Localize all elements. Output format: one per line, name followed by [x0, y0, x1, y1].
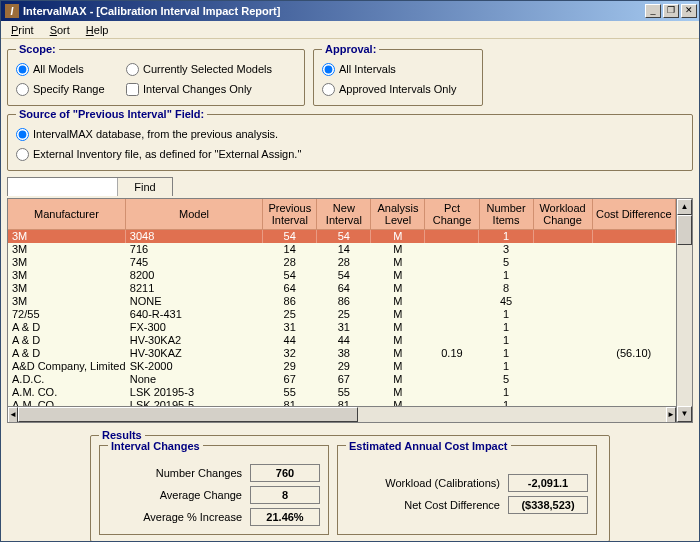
v-scroll-thumb[interactable] — [677, 215, 692, 245]
cell: 31 — [317, 321, 371, 334]
opt-source-ext[interactable]: External Inventory file, as defined for … — [16, 146, 684, 162]
cell — [425, 373, 479, 386]
cell — [534, 334, 593, 347]
vertical-scrollbar[interactable]: ▲ ▼ — [676, 199, 692, 422]
menu-print[interactable]: Print — [5, 23, 40, 37]
table-row[interactable]: A.M. CO.LSK 20195-35555M1 — [8, 386, 676, 399]
cell: M — [371, 360, 425, 373]
cell: 86 — [263, 295, 317, 308]
col-cost-difference[interactable]: Cost Difference — [593, 199, 676, 230]
table-row[interactable]: 3M30485454M1 — [8, 230, 676, 243]
avg-pct-value: 21.46% — [250, 508, 320, 526]
opt-all-models[interactable]: All Models — [16, 61, 126, 77]
table-row[interactable]: 3M7452828M5 — [8, 256, 676, 269]
cell: 72/55 — [8, 308, 126, 321]
opt-approved-only[interactable]: Approved Intervals Only — [322, 81, 474, 97]
opt-specify-range[interactable]: Specify Range — [16, 81, 126, 97]
col-analysis-level[interactable]: Analysis Level — [371, 199, 425, 230]
table-row[interactable]: A & DFX-3003131M1 — [8, 321, 676, 334]
cell — [593, 256, 676, 269]
minimize-button[interactable]: _ — [645, 4, 661, 18]
cell: M — [371, 295, 425, 308]
cell: 716 — [126, 243, 263, 256]
cell: M — [371, 321, 425, 334]
cell — [425, 399, 479, 406]
scroll-right-button[interactable]: ► — [666, 407, 676, 422]
cell — [593, 243, 676, 256]
cell: 1 — [479, 347, 533, 360]
cell — [593, 295, 676, 308]
cell: M — [371, 399, 425, 406]
cell: 31 — [263, 321, 317, 334]
table-row[interactable]: A.M. CO.LSK 20195-58181M1 — [8, 399, 676, 406]
col-workload-change[interactable]: Workload Change — [534, 199, 593, 230]
col-new-interval[interactable]: New Interval — [317, 199, 371, 230]
find-input[interactable] — [8, 178, 118, 196]
menu-sort[interactable]: Sort — [44, 23, 76, 37]
table-row[interactable]: 72/55640-R-4312525M1 — [8, 308, 676, 321]
table-row[interactable]: 3M7161414M3 — [8, 243, 676, 256]
table-header: Manufacturer Model Previous Interval New… — [8, 199, 676, 230]
opt-all-intervals[interactable]: All Intervals — [322, 61, 474, 77]
cell: (56.10) — [593, 347, 676, 360]
col-number-items[interactable]: Number Items — [480, 199, 534, 230]
cell: 0.19 — [425, 347, 479, 360]
cell: 3M — [8, 282, 126, 295]
source-group: Source of "Previous Interval" Field: Int… — [7, 108, 693, 171]
opt-source-db[interactable]: IntervalMAX database, from the previous … — [16, 126, 684, 142]
col-previous-interval[interactable]: Previous Interval — [263, 199, 317, 230]
scroll-down-button[interactable]: ▼ — [677, 406, 692, 422]
table-row[interactable]: 3M82005454M1 — [8, 269, 676, 282]
scroll-up-button[interactable]: ▲ — [677, 199, 692, 215]
number-changes-value: 760 — [250, 464, 320, 482]
cell — [593, 282, 676, 295]
cell: A.M. CO. — [8, 386, 126, 399]
cell — [534, 308, 593, 321]
col-model[interactable]: Model — [126, 199, 263, 230]
cell: 29 — [263, 360, 317, 373]
table-row[interactable]: A.D.C.None6767M5 — [8, 373, 676, 386]
cell — [425, 334, 479, 347]
col-manufacturer[interactable]: Manufacturer — [8, 199, 126, 230]
maximize-button[interactable]: ❐ — [663, 4, 679, 18]
table-row[interactable]: 3M82116464M8 — [8, 282, 676, 295]
scroll-left-button[interactable]: ◄ — [8, 407, 18, 422]
cell — [593, 230, 676, 243]
close-window-button[interactable]: ✕ — [681, 4, 697, 18]
menu-help[interactable]: Help — [80, 23, 115, 37]
cell: 745 — [126, 256, 263, 269]
cell: 86 — [317, 295, 371, 308]
workload-value: -2,091.1 — [508, 474, 588, 492]
cell: M — [371, 347, 425, 360]
cell: 640-R-431 — [126, 308, 263, 321]
h-scroll-thumb[interactable] — [18, 407, 358, 422]
cost-impact-box: Estimated Annual Cost Impact Workload (C… — [337, 445, 597, 535]
approval-legend: Approval: — [322, 43, 379, 55]
cell — [534, 321, 593, 334]
cell — [534, 256, 593, 269]
table-row[interactable]: A&D Company, LimitedSK-20002929M1 — [8, 360, 676, 373]
opt-interval-changes-only[interactable]: Interval Changes Only — [126, 81, 296, 97]
find-label[interactable]: Find — [118, 178, 172, 196]
cell — [425, 243, 479, 256]
cell: A & D — [8, 321, 126, 334]
table-row[interactable]: 3MNONE8686M45 — [8, 295, 676, 308]
cell — [593, 386, 676, 399]
cell: 1 — [479, 360, 533, 373]
cell: M — [371, 256, 425, 269]
cell: 1 — [479, 334, 533, 347]
horizontal-scrollbar[interactable]: ◄ ► — [8, 406, 676, 422]
cell — [425, 308, 479, 321]
cell: M — [371, 243, 425, 256]
cell: 55 — [317, 386, 371, 399]
table-row[interactable]: A & DHV-30KAZ3238M0.191(56.10) — [8, 347, 676, 360]
col-pct-change[interactable]: Pct Change — [425, 199, 479, 230]
cell — [534, 295, 593, 308]
scope-group: Scope: All Models Currently Selected Mod… — [7, 43, 305, 106]
table-row[interactable]: A & DHV-30KA24444M1 — [8, 334, 676, 347]
opt-currently-selected[interactable]: Currently Selected Models — [126, 61, 296, 77]
cell — [425, 256, 479, 269]
cell: 8 — [479, 282, 533, 295]
results-area: Results Interval Changes Number Changes7… — [7, 429, 693, 541]
cell: A.M. CO. — [8, 399, 126, 406]
